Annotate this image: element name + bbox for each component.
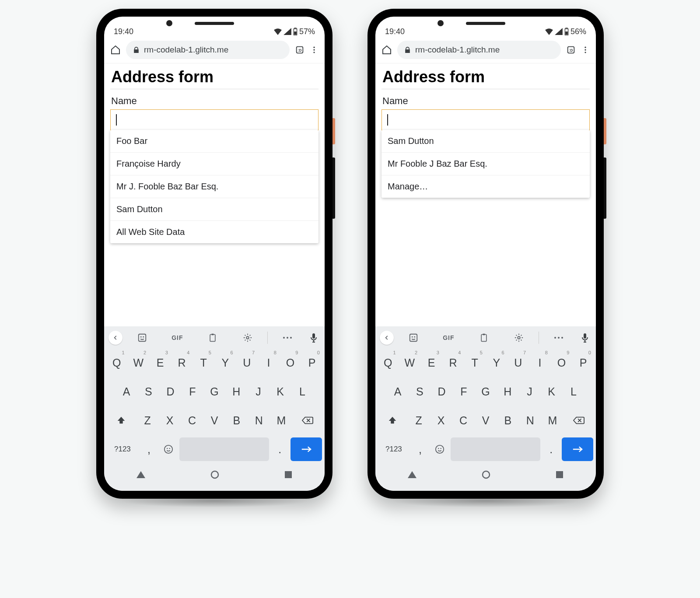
- key-t[interactable]: T5: [465, 351, 485, 374]
- key-y[interactable]: Y6: [215, 351, 235, 374]
- key-h[interactable]: H: [498, 380, 517, 403]
- comma-key[interactable]: ,: [411, 437, 429, 461]
- key-i[interactable]: I8: [530, 351, 550, 374]
- key-w[interactable]: W2: [129, 351, 149, 374]
- key-b[interactable]: B: [226, 409, 247, 432]
- autofill-option[interactable]: Foo Bar: [110, 130, 318, 152]
- key-f[interactable]: F: [183, 380, 202, 403]
- nav-back-icon[interactable]: [136, 471, 145, 480]
- key-n[interactable]: N: [520, 409, 540, 432]
- enter-key[interactable]: [290, 437, 322, 461]
- sticker-icon[interactable]: [127, 333, 158, 343]
- nav-home-icon[interactable]: [482, 470, 490, 481]
- mic-icon[interactable]: [307, 333, 320, 343]
- key-d[interactable]: D: [161, 380, 179, 403]
- backspace-key[interactable]: [293, 409, 322, 432]
- settings-icon[interactable]: [504, 333, 534, 343]
- gif-button[interactable]: GIF: [433, 334, 464, 341]
- autofill-option[interactable]: Françoise Hardy: [110, 152, 318, 175]
- backspace-key[interactable]: [564, 409, 593, 432]
- key-u[interactable]: U7: [237, 351, 257, 374]
- name-input[interactable]: [382, 109, 590, 130]
- key-r[interactable]: R4: [172, 351, 192, 374]
- key-d[interactable]: D: [432, 380, 451, 403]
- home-icon[interactable]: [110, 45, 121, 55]
- emoji-key[interactable]: [160, 437, 178, 461]
- kb-collapse-button[interactable]: [108, 331, 122, 345]
- nav-back-icon[interactable]: [408, 471, 416, 480]
- tab-switcher-icon[interactable]: :D: [295, 45, 304, 55]
- more-icon[interactable]: [272, 336, 303, 339]
- period-key[interactable]: .: [542, 437, 560, 461]
- sticker-icon[interactable]: [398, 333, 429, 343]
- key-m[interactable]: M: [271, 409, 291, 432]
- period-key[interactable]: .: [271, 437, 289, 461]
- autofill-option[interactable]: Sam Dutton: [382, 130, 590, 152]
- settings-icon[interactable]: [232, 333, 263, 343]
- key-x[interactable]: X: [431, 409, 452, 432]
- key-f[interactable]: F: [455, 380, 473, 403]
- key-k[interactable]: K: [271, 380, 290, 403]
- space-key[interactable]: [451, 437, 540, 461]
- key-m[interactable]: M: [542, 409, 563, 432]
- key-o[interactable]: O9: [280, 351, 301, 374]
- key-j[interactable]: J: [520, 380, 539, 403]
- key-z[interactable]: Z: [409, 409, 429, 432]
- home-icon[interactable]: [382, 45, 392, 55]
- nav-recent-icon[interactable]: [284, 471, 292, 480]
- mic-icon[interactable]: [578, 333, 592, 343]
- comma-key[interactable]: ,: [140, 437, 158, 461]
- key-u[interactable]: U7: [508, 351, 528, 374]
- key-y[interactable]: Y6: [486, 351, 507, 374]
- key-k[interactable]: K: [542, 380, 561, 403]
- nav-recent-icon[interactable]: [556, 471, 564, 480]
- emoji-key[interactable]: [431, 437, 449, 461]
- clipboard-icon[interactable]: [197, 333, 228, 343]
- autofill-option[interactable]: Mr Fooble J Baz Bar Esq.: [382, 152, 590, 175]
- key-l[interactable]: L: [564, 380, 583, 403]
- name-input[interactable]: [110, 109, 318, 130]
- key-b[interactable]: B: [497, 409, 518, 432]
- clipboard-icon[interactable]: [468, 333, 499, 343]
- key-r[interactable]: R4: [443, 351, 463, 374]
- tab-switcher-icon[interactable]: :D: [566, 45, 576, 55]
- key-z[interactable]: Z: [137, 409, 158, 432]
- shift-key[interactable]: [378, 409, 407, 432]
- key-t[interactable]: T5: [193, 351, 214, 374]
- key-q[interactable]: Q1: [107, 351, 127, 374]
- key-a[interactable]: A: [117, 380, 136, 403]
- key-v[interactable]: V: [204, 409, 225, 432]
- key-e[interactable]: E3: [421, 351, 441, 374]
- key-i[interactable]: I8: [259, 351, 279, 374]
- autofill-option[interactable]: Manage…: [382, 175, 590, 198]
- autofill-option[interactable]: Sam Dutton: [110, 198, 318, 220]
- symbols-key[interactable]: ?123: [107, 437, 138, 461]
- key-j[interactable]: J: [249, 380, 267, 403]
- key-l[interactable]: L: [293, 380, 312, 403]
- kb-collapse-button[interactable]: [380, 331, 394, 345]
- gif-button[interactable]: GIF: [162, 334, 192, 341]
- key-c[interactable]: C: [182, 409, 203, 432]
- key-v[interactable]: V: [476, 409, 496, 432]
- autofill-option[interactable]: Mr J. Fooble Baz Bar Esq.: [110, 175, 318, 198]
- key-p[interactable]: P0: [302, 351, 322, 374]
- nav-home-icon[interactable]: [210, 470, 219, 481]
- key-o[interactable]: O9: [552, 351, 572, 374]
- key-n[interactable]: N: [248, 409, 269, 432]
- key-a[interactable]: A: [388, 380, 407, 403]
- key-s[interactable]: S: [139, 380, 158, 403]
- menu-icon[interactable]: [581, 45, 590, 54]
- key-p[interactable]: P0: [573, 351, 593, 374]
- symbols-key[interactable]: ?123: [378, 437, 410, 461]
- key-e[interactable]: E3: [150, 351, 170, 374]
- key-g[interactable]: G: [205, 380, 224, 403]
- menu-icon[interactable]: [310, 45, 318, 54]
- key-c[interactable]: C: [453, 409, 474, 432]
- key-x[interactable]: X: [160, 409, 180, 432]
- enter-key[interactable]: [562, 437, 593, 461]
- key-w[interactable]: W2: [400, 351, 420, 374]
- key-s[interactable]: S: [410, 380, 429, 403]
- space-key[interactable]: [179, 437, 269, 461]
- autofill-option[interactable]: All Web Site Data: [110, 220, 318, 243]
- key-q[interactable]: Q1: [378, 351, 398, 374]
